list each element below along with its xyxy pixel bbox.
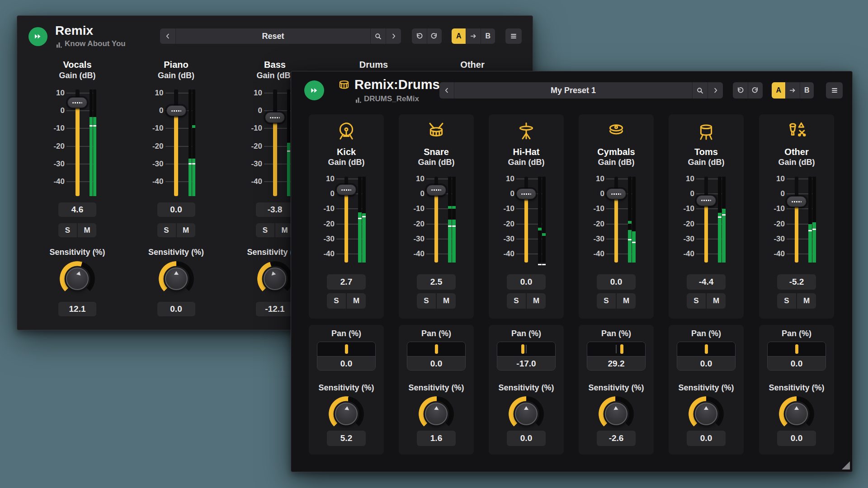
pan-slider[interactable]: 0.0 <box>677 342 736 371</box>
pan-slider[interactable]: 0.0 <box>407 342 466 371</box>
ab-arrow-button[interactable] <box>785 82 799 99</box>
meter-peak <box>718 216 722 218</box>
sensitivity-knob[interactable] <box>59 261 95 297</box>
ab-b-button[interactable]: B <box>481 28 495 44</box>
sensitivity-knob[interactable] <box>688 396 724 432</box>
preset-next-button[interactable] <box>386 28 401 44</box>
scale-tick-label: 10 <box>764 174 785 183</box>
pan-slider[interactable]: 29.2 <box>587 342 646 371</box>
gain-value[interactable]: -4.4 <box>687 274 726 290</box>
gain-value[interactable]: 0.0 <box>507 274 546 290</box>
meter-peak <box>448 225 452 227</box>
pan-value[interactable]: 0.0 <box>407 357 465 371</box>
fader-handle[interactable] <box>606 188 626 199</box>
sensitivity-value[interactable]: -12.1 <box>256 302 294 316</box>
sensitivity-knob[interactable] <box>328 396 364 432</box>
fader-handle[interactable] <box>166 105 186 116</box>
preset-name-field[interactable]: Reset <box>175 28 370 44</box>
gain-value[interactable]: 4.6 <box>58 202 96 217</box>
scale-tick-label: -20 <box>314 220 335 229</box>
solo-button[interactable]: S <box>507 293 526 309</box>
sensitivity-value[interactable]: 0.0 <box>157 302 195 316</box>
pan-slider[interactable]: -17.0 <box>497 342 556 371</box>
ab-a-button[interactable]: A <box>452 28 466 44</box>
menu-button[interactable] <box>505 28 522 44</box>
mute-button[interactable]: M <box>797 293 816 309</box>
mute-button[interactable]: M <box>78 223 96 237</box>
redo-button[interactable] <box>427 28 442 44</box>
meter-peak <box>628 239 632 240</box>
pan-value[interactable]: 29.2 <box>587 357 645 371</box>
scale-tick-label: -10 <box>44 124 65 133</box>
preset-search-button[interactable] <box>692 82 708 99</box>
sensitivity-knob[interactable] <box>257 261 293 297</box>
preset-name-field[interactable]: My Preset 1 <box>454 82 692 99</box>
ab-arrow-button[interactable] <box>466 28 480 44</box>
mute-button[interactable]: M <box>617 293 636 309</box>
mute-button[interactable]: M <box>437 293 456 309</box>
fader-handle[interactable] <box>787 196 807 207</box>
fader-handle[interactable] <box>426 185 446 196</box>
sensitivity-value[interactable]: 12.1 <box>58 302 96 316</box>
gain-value[interactable]: 2.5 <box>417 274 456 290</box>
gain-value[interactable]: 2.7 <box>327 274 366 290</box>
fader-handle[interactable] <box>336 184 356 195</box>
meter-peak <box>192 163 195 164</box>
solo-button[interactable]: S <box>58 223 77 237</box>
ab-b-button[interactable]: B <box>800 82 814 99</box>
preset-next-button[interactable] <box>708 82 723 99</box>
scale-tick-label: -10 <box>241 124 262 133</box>
fader-handle-dash <box>431 189 441 191</box>
solo-button[interactable]: S <box>417 293 436 309</box>
mute-button[interactable]: M <box>527 293 546 309</box>
sensitivity-value[interactable]: 5.2 <box>327 431 366 446</box>
gain-value[interactable]: 0.0 <box>597 274 636 290</box>
fader-handle[interactable] <box>265 112 285 123</box>
preset-search-button[interactable] <box>370 28 386 44</box>
redo-button[interactable] <box>748 82 763 99</box>
pan-value[interactable]: 0.0 <box>677 357 735 371</box>
scale-tick-label: 0 <box>143 106 164 115</box>
mute-button[interactable]: M <box>177 223 195 237</box>
fader-handle[interactable] <box>516 188 536 199</box>
sensitivity-value[interactable]: 1.6 <box>417 431 456 446</box>
sensitivity-knob[interactable] <box>418 396 454 432</box>
sensitivity-knob[interactable] <box>778 396 815 432</box>
fader-handle[interactable] <box>67 97 87 108</box>
mute-button[interactable]: M <box>347 293 366 309</box>
preset-bar: My Preset 1 <box>439 82 723 99</box>
pan-value[interactable]: 0.0 <box>768 357 826 371</box>
resize-grip[interactable] <box>842 461 850 469</box>
pan-slider[interactable]: 0.0 <box>767 342 826 371</box>
solo-button[interactable]: S <box>777 293 796 309</box>
solo-button[interactable]: S <box>687 293 706 309</box>
ab-a-button[interactable]: A <box>772 82 785 99</box>
undo-button[interactable] <box>733 82 748 99</box>
sensitivity-value[interactable]: 0.0 <box>687 431 726 446</box>
undo-button[interactable] <box>412 28 427 44</box>
preset-prev-button[interactable] <box>160 28 175 44</box>
solo-button[interactable]: S <box>157 223 176 237</box>
sensitivity-value[interactable]: 0.0 <box>507 431 546 446</box>
solo-button[interactable]: S <box>597 293 616 309</box>
preset-prev-button[interactable] <box>439 82 454 99</box>
solo-button[interactable]: S <box>256 223 274 237</box>
fader-fill <box>795 202 798 263</box>
gain-value[interactable]: 0.0 <box>157 202 195 217</box>
pan-value[interactable]: -17.0 <box>497 357 555 371</box>
sensitivity-knob[interactable] <box>508 396 544 432</box>
sensitivity-value[interactable]: -2.6 <box>597 431 636 446</box>
gain-value[interactable]: -3.8 <box>256 202 294 217</box>
fader-handle[interactable] <box>696 195 716 206</box>
chevron-right-icon <box>390 32 398 40</box>
sensitivity-value[interactable]: 0.0 <box>777 431 816 446</box>
sensitivity-knob[interactable] <box>158 261 194 297</box>
meter-blip <box>538 228 542 230</box>
solo-button[interactable]: S <box>327 293 346 309</box>
pan-value[interactable]: 0.0 <box>317 357 375 371</box>
gain-value[interactable]: -5.2 <box>777 274 816 290</box>
mute-button[interactable]: M <box>707 293 726 309</box>
pan-slider[interactable]: 0.0 <box>317 342 376 371</box>
menu-button[interactable] <box>826 82 843 99</box>
sensitivity-knob[interactable] <box>598 396 634 432</box>
